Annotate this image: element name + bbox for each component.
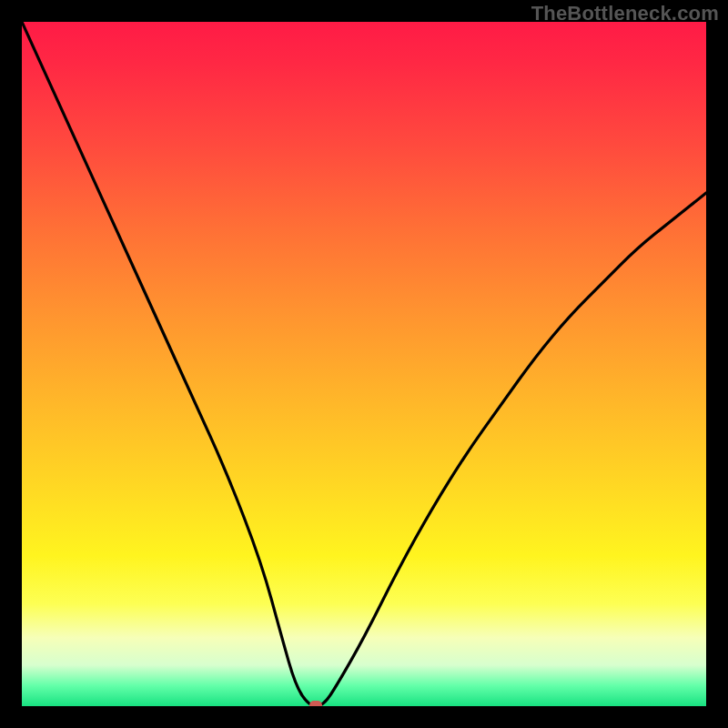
- plot-area: [22, 22, 706, 706]
- chart-frame: TheBottleneck.com: [0, 0, 728, 728]
- curve-svg: [22, 22, 706, 706]
- bottleneck-curve-path: [22, 22, 706, 706]
- watermark-text: TheBottleneck.com: [531, 2, 719, 25]
- optimum-marker: [309, 701, 322, 706]
